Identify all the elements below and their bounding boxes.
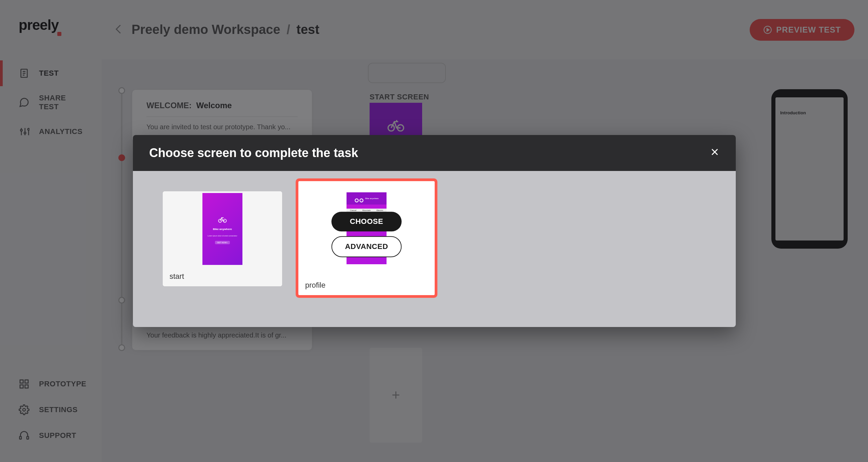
modal-body: Bike anywhere Lorem ipsum dolor sit amet… bbox=[133, 171, 736, 318]
choose-screen-modal: Choose screen to complete the task Bike … bbox=[133, 135, 736, 327]
screen-thumb-start: Bike anywhere Lorem ipsum dolor sit amet… bbox=[202, 193, 242, 265]
svg-point-25 bbox=[355, 199, 358, 202]
svg-point-26 bbox=[360, 199, 363, 202]
bike-icon bbox=[218, 214, 227, 224]
modal-close-button[interactable] bbox=[710, 147, 719, 159]
screen-card-start[interactable]: Bike anywhere Lorem ipsum dolor sit amet… bbox=[163, 191, 282, 286]
screen-label: start bbox=[163, 267, 282, 286]
screen-card-profile-selected[interactable]: Bike anywhere CasualMountainElectric CHO… bbox=[296, 178, 437, 298]
modal-header: Choose screen to complete the task bbox=[133, 135, 736, 171]
advanced-button[interactable]: ADVANCED bbox=[331, 236, 401, 257]
modal-title: Choose screen to complete the task bbox=[149, 146, 358, 160]
screen-action-overlay: CHOOSE ADVANCED bbox=[331, 212, 401, 257]
close-icon bbox=[710, 147, 719, 157]
screen-label: profile bbox=[298, 275, 435, 295]
choose-button[interactable]: CHOOSE bbox=[331, 212, 401, 231]
svg-point-23 bbox=[218, 219, 221, 222]
